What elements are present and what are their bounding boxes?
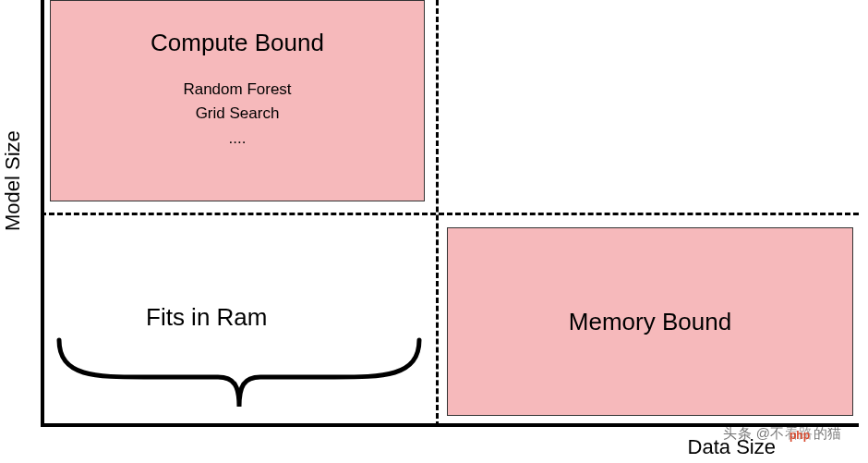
compute-bound-region: Compute Bound Random Forest Grid Search …: [50, 0, 425, 201]
memory-bound-region: Memory Bound: [447, 227, 853, 416]
compute-bound-items: Random Forest Grid Search ....: [51, 78, 424, 151]
quadrant-plot: Compute Bound Random Forest Grid Search …: [41, 0, 859, 427]
fits-in-ram-label: Fits in Ram: [146, 303, 267, 332]
compute-bound-title: Compute Bound: [51, 29, 424, 57]
compute-bound-item: Random Forest: [51, 78, 424, 102]
brace-icon: [52, 333, 427, 421]
compute-bound-item: Grid Search: [51, 102, 424, 126]
memory-bound-title: Memory Bound: [569, 308, 731, 336]
watermark-badge: php: [787, 428, 813, 443]
watermark-text: 头条 @不看路的猫: [723, 425, 842, 443]
compute-bound-item: ....: [51, 127, 424, 151]
horizontal-divider: [41, 213, 859, 215]
y-axis-label: Model Size: [1, 130, 25, 231]
